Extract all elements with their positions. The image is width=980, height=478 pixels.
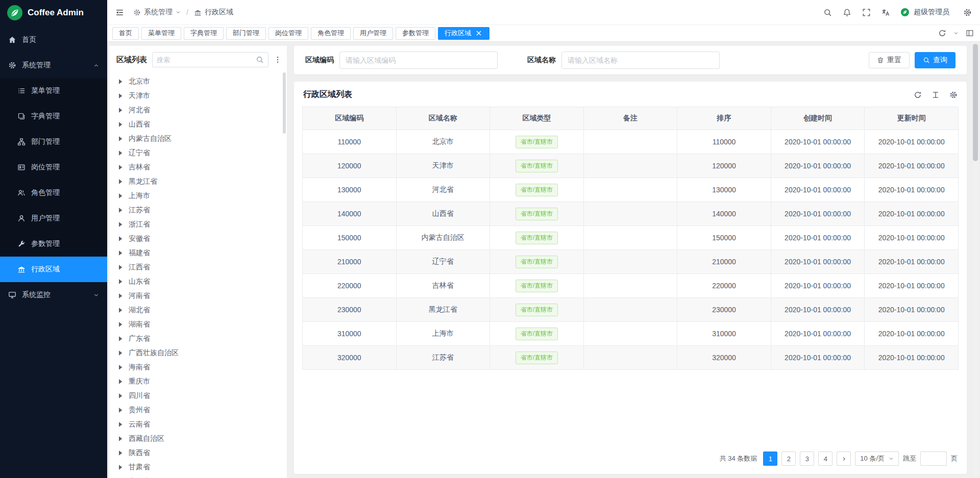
- tree-item[interactable]: 四川省: [116, 389, 287, 403]
- expand-caret-icon[interactable]: [116, 335, 125, 343]
- expand-caret-icon[interactable]: [116, 149, 125, 157]
- sidebar-item-param-management[interactable]: 参数管理: [0, 231, 107, 257]
- row-density-icon[interactable]: [932, 91, 940, 99]
- fullscreen-icon[interactable]: [862, 8, 871, 17]
- expand-caret-icon[interactable]: [116, 92, 125, 100]
- sidebar-item-user-management[interactable]: 用户管理: [0, 206, 107, 231]
- region-code-input[interactable]: [339, 52, 498, 69]
- expand-caret-icon[interactable]: [116, 349, 125, 357]
- expand-caret-icon[interactable]: [116, 206, 125, 214]
- tree-scrollbar-thumb[interactable]: [283, 72, 286, 134]
- tree-item[interactable]: 河南省: [116, 289, 287, 303]
- expand-caret-icon[interactable]: [116, 263, 125, 271]
- tree-item[interactable]: 浙江省: [116, 217, 287, 232]
- page-button[interactable]: 3: [800, 451, 814, 466]
- refresh-tab-icon[interactable]: [938, 29, 946, 37]
- page-size-select[interactable]: 10 条/页: [855, 451, 899, 466]
- tab-actions-chevron-icon[interactable]: [953, 31, 959, 36]
- page-button[interactable]: 4: [818, 451, 832, 466]
- breadcrumb-root[interactable]: 系统管理: [144, 8, 173, 17]
- tree-item[interactable]: 山西省: [116, 117, 287, 132]
- tab-item[interactable]: 角色管理: [311, 27, 351, 40]
- expand-caret-icon[interactable]: [116, 249, 125, 257]
- search-button[interactable]: 查询: [915, 52, 955, 68]
- tree-item[interactable]: 青海省: [116, 474, 287, 478]
- expand-caret-icon[interactable]: [116, 78, 125, 86]
- sidebar-item-menu-management[interactable]: 菜单管理: [0, 78, 107, 104]
- expand-caret-icon[interactable]: [116, 292, 125, 300]
- global-search-icon[interactable]: [823, 8, 832, 17]
- tree-item[interactable]: 黑龙江省: [116, 174, 287, 189]
- tree-scrollbar[interactable]: [283, 72, 286, 174]
- tab-item[interactable]: 菜单管理: [141, 27, 181, 40]
- refresh-table-icon[interactable]: [914, 91, 922, 99]
- expand-caret-icon[interactable]: [116, 278, 125, 286]
- expand-caret-icon[interactable]: [116, 235, 125, 243]
- tree-item[interactable]: 辽宁省: [116, 146, 287, 160]
- tree-item[interactable]: 内蒙古自治区: [116, 132, 287, 146]
- tree-item[interactable]: 福建省: [116, 246, 287, 260]
- expand-caret-icon[interactable]: [116, 192, 125, 200]
- sidebar-item-post-management[interactable]: 岗位管理: [0, 155, 107, 180]
- tree-item[interactable]: 云南省: [116, 417, 287, 432]
- breadcrumb-current[interactable]: 行政区域: [205, 8, 233, 17]
- tree-search-input[interactable]: [157, 56, 253, 64]
- expand-caret-icon[interactable]: [116, 220, 125, 229]
- tree-item[interactable]: 陕西省: [116, 446, 287, 460]
- tree-item[interactable]: 海南省: [116, 360, 287, 374]
- expand-caret-icon[interactable]: [116, 406, 125, 414]
- sidebar-collapse-icon[interactable]: [115, 8, 124, 17]
- tree-item[interactable]: 江苏省: [116, 203, 287, 217]
- tree-item[interactable]: 河北省: [116, 103, 287, 117]
- tree-item[interactable]: 北京市: [116, 74, 287, 89]
- reset-button[interactable]: 重置: [869, 52, 910, 68]
- expand-caret-icon[interactable]: [116, 178, 125, 186]
- user-menu[interactable]: 超级管理员: [901, 8, 949, 17]
- sidebar-item-role-management[interactable]: 角色管理: [0, 180, 107, 206]
- tab-item-active[interactable]: 行政区域: [438, 27, 489, 40]
- expand-caret-icon[interactable]: [116, 435, 125, 443]
- tab-item[interactable]: 用户管理: [353, 27, 393, 40]
- language-switch-icon[interactable]: [881, 8, 890, 17]
- tree-more-icon[interactable]: [274, 56, 282, 64]
- column-settings-icon[interactable]: [949, 91, 958, 99]
- close-icon[interactable]: [475, 29, 483, 37]
- notifications-icon[interactable]: [843, 8, 851, 17]
- jump-page-input[interactable]: [920, 451, 947, 466]
- page-scrollbar-thumb[interactable]: [973, 44, 978, 161]
- expand-caret-icon[interactable]: [116, 378, 125, 386]
- tree-item[interactable]: 湖北省: [116, 303, 287, 317]
- expand-caret-icon[interactable]: [116, 449, 125, 457]
- expand-caret-icon[interactable]: [116, 320, 125, 329]
- tab-item[interactable]: 参数管理: [396, 27, 435, 40]
- tree-item[interactable]: 吉林省: [116, 160, 287, 174]
- tree-item[interactable]: 安徽省: [116, 232, 287, 246]
- expand-caret-icon[interactable]: [116, 420, 125, 429]
- sidebar-item-dept-management[interactable]: 部门管理: [0, 129, 107, 155]
- expand-caret-icon[interactable]: [116, 106, 125, 114]
- page-button[interactable]: 1: [763, 451, 777, 466]
- tree-item[interactable]: 广西壮族自治区: [116, 346, 287, 360]
- tree-item[interactable]: 江西省: [116, 260, 287, 274]
- next-page-button[interactable]: [837, 451, 851, 466]
- region-name-input[interactable]: [561, 52, 720, 69]
- tab-item[interactable]: 岗位管理: [268, 27, 308, 40]
- expand-caret-icon[interactable]: [116, 120, 125, 129]
- page-button[interactable]: 2: [781, 451, 796, 466]
- sidebar-item-admin-region[interactable]: 行政区域: [0, 257, 107, 282]
- settings-gear-icon[interactable]: [963, 8, 972, 17]
- tree-item[interactable]: 甘肃省: [116, 460, 287, 474]
- expand-caret-icon[interactable]: [116, 363, 125, 371]
- sidebar-item-system-monitor[interactable]: 系统监控: [0, 282, 107, 308]
- tree-item[interactable]: 贵州省: [116, 403, 287, 417]
- page-scrollbar[interactable]: [973, 43, 978, 477]
- tree-item[interactable]: 广东省: [116, 332, 287, 346]
- tab-item[interactable]: 字典管理: [184, 27, 224, 40]
- tree-item[interactable]: 西藏自治区: [116, 432, 287, 446]
- sidebar-item-home[interactable]: 首页: [0, 27, 107, 53]
- logo[interactable]: Coffee Admin: [0, 0, 107, 25]
- tree-item[interactable]: 山东省: [116, 274, 287, 289]
- search-icon[interactable]: [256, 56, 264, 64]
- expand-caret-icon[interactable]: [116, 463, 125, 471]
- sidebar-item-dict-management[interactable]: 字典管理: [0, 104, 107, 129]
